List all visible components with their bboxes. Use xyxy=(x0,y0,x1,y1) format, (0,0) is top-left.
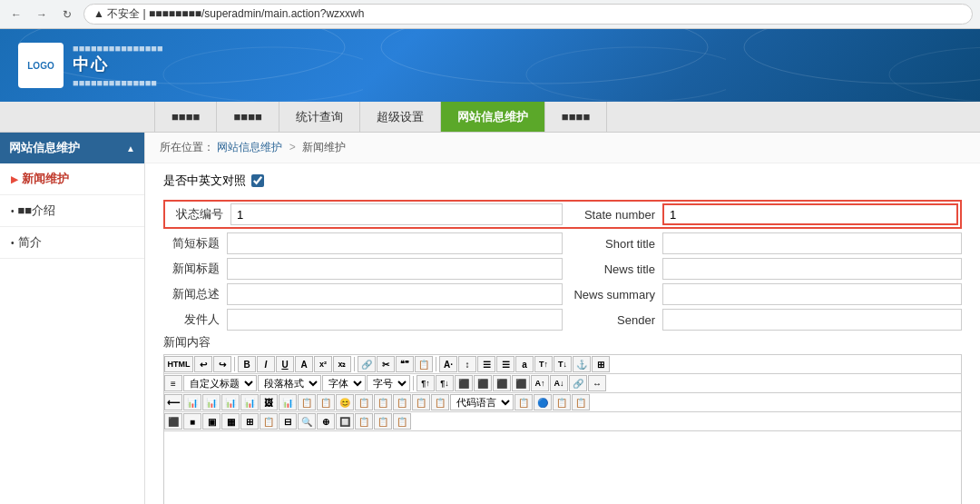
toolbar-paragraph-select[interactable]: 段落格式 xyxy=(258,375,321,391)
toolbar-r3-14[interactable]: 📋 xyxy=(412,394,430,410)
toolbar-r4-4[interactable]: ▦ xyxy=(221,413,240,430)
toolbar-r4-7[interactable]: ⊟ xyxy=(279,413,297,430)
toolbar-link2-btn[interactable]: 🔗 xyxy=(569,375,587,391)
toolbar-font-select[interactable]: 字体 xyxy=(322,375,366,391)
back-button[interactable]: ← xyxy=(7,5,25,24)
refresh-button[interactable]: ↻ xyxy=(58,5,76,24)
news-title-cn-label: 新闻标题 xyxy=(163,261,227,277)
toolbar-font-dec-btn[interactable]: T↓ xyxy=(554,356,572,372)
toolbar-ul-btn[interactable]: ☰ xyxy=(477,356,495,372)
toolbar-para-down-btn[interactable]: ¶↓ xyxy=(436,375,454,391)
toolbar-r3-5[interactable]: 📊 xyxy=(240,394,259,410)
sidebar-item-intro[interactable]: • ■■介绍 xyxy=(0,195,144,227)
toolbar-r3-1[interactable]: ⟵ xyxy=(164,394,182,410)
news-summary-en-input[interactable] xyxy=(662,283,962,305)
toolbar-anchor-btn[interactable]: ⚓ xyxy=(573,356,591,372)
toolbar-ol-btn[interactable]: ☰ xyxy=(496,356,514,372)
toolbar-code-lang-select[interactable]: 代码语言 xyxy=(450,394,514,410)
nav-item-statistics[interactable]: 统计查询 xyxy=(279,102,360,132)
toolbar-font-color-btn[interactable]: A xyxy=(295,356,313,372)
toolbar-paste-btn[interactable]: 📋 xyxy=(415,356,433,372)
toolbar-r4-5[interactable]: ⊞ xyxy=(240,413,259,430)
toolbar-r4-10[interactable]: 🔲 xyxy=(336,413,354,430)
toolbar-r3-9[interactable]: 📋 xyxy=(317,394,335,410)
toolbar-table-btn[interactable]: ⊞ xyxy=(592,356,610,372)
sender-cn-input[interactable] xyxy=(227,309,563,331)
toolbar-font-a-up-btn[interactable]: A↑ xyxy=(531,375,549,391)
toolbar-font-inc-btn[interactable]: T↑ xyxy=(534,356,553,372)
toolbar-font-a-down-btn[interactable]: A↓ xyxy=(550,375,568,391)
toolbar-scissors-btn[interactable]: ✂ xyxy=(377,356,395,372)
toolbar-quote-btn[interactable]: ❝❞ xyxy=(396,356,414,372)
nav-item-super-settings[interactable]: 超级设置 xyxy=(360,102,441,132)
toolbar-align-right-btn[interactable]: ⬛ xyxy=(493,375,511,391)
breadcrumb-level1[interactable]: 网站信息维护 xyxy=(217,141,282,153)
bilingual-checkbox[interactable] xyxy=(251,174,264,187)
toolbar-underline-btn[interactable]: U xyxy=(276,356,294,372)
toolbar-align-left-btn[interactable]: ⬛ xyxy=(455,375,473,391)
toolbar-r4-1[interactable]: ⬛ xyxy=(164,413,182,430)
sidebar-item-news[interactable]: ▶ 新闻维护 xyxy=(0,163,144,195)
toolbar-subscript-btn[interactable]: x₂ xyxy=(333,356,351,372)
toolbar-r3-12[interactable]: 📋 xyxy=(374,394,392,410)
toolbar-r3-11[interactable]: 📋 xyxy=(355,394,373,410)
toolbar-indent-btn[interactable]: a xyxy=(515,356,534,372)
toolbar-r4-9[interactable]: ⊕ xyxy=(317,413,335,430)
sender-en-input[interactable] xyxy=(662,309,962,331)
toolbar-r3-8[interactable]: 📋 xyxy=(298,394,316,410)
toolbar-width-btn[interactable]: ↔ xyxy=(588,375,606,391)
state-number-en-input[interactable]: 1 xyxy=(662,203,958,225)
toolbar-r3-4[interactable]: 📊 xyxy=(221,394,240,410)
toolbar-redo-btn[interactable]: ↪ xyxy=(213,356,231,372)
toolbar-r4-11[interactable]: 📋 xyxy=(355,413,373,430)
toolbar-text-color-btn[interactable]: A· xyxy=(439,356,457,372)
short-title-en-input[interactable] xyxy=(662,232,962,254)
toolbar-circle-btn[interactable]: 🔵 xyxy=(534,394,552,410)
forward-button[interactable]: → xyxy=(33,5,51,24)
toolbar-r3-17[interactable]: 📋 xyxy=(514,394,533,410)
nav-item-website-maintenance[interactable]: 网站信息维护 xyxy=(441,102,545,132)
toolbar-undo-btn[interactable]: ↩ xyxy=(194,356,212,372)
toolbar-align-justify-btn[interactable]: ⬛ xyxy=(512,375,530,391)
editor-body[interactable] xyxy=(164,431,961,504)
toolbar-r3-20[interactable]: 📋 xyxy=(572,394,590,410)
toolbar-align-center-btn[interactable]: ⬛ xyxy=(474,375,492,391)
state-number-cn-input[interactable]: 1 xyxy=(230,203,563,225)
toolbar-r4-2[interactable]: ■ xyxy=(183,413,201,430)
toolbar-r3-2[interactable]: 📊 xyxy=(183,394,201,410)
toolbar-r4-3[interactable]: ▣ xyxy=(202,413,220,430)
news-title-en-input[interactable] xyxy=(662,258,962,280)
toolbar-align-btn[interactable]: ≡ xyxy=(164,375,182,391)
sidebar-item-brief[interactable]: • 简介 xyxy=(0,227,144,259)
news-title-cn-input[interactable] xyxy=(227,258,563,280)
toolbar-bold-btn[interactable]: B xyxy=(238,356,256,372)
toolbar-emoji-btn[interactable]: 😊 xyxy=(336,394,354,410)
sidebar-collapse-icon[interactable]: ▲ xyxy=(126,143,135,153)
news-summary-cn-input[interactable] xyxy=(227,283,563,305)
toolbar-italic-btn[interactable]: I xyxy=(257,356,275,372)
toolbar-r3-3[interactable]: 📊 xyxy=(202,394,220,410)
toolbar-r4-13[interactable]: 📋 xyxy=(393,413,411,430)
nav-item-5[interactable]: ■■■■ xyxy=(545,102,607,132)
state-number-en-label: State number xyxy=(563,208,662,222)
toolbar-r3-13[interactable]: 📋 xyxy=(393,394,411,410)
toolbar-r3-15[interactable]: 📋 xyxy=(431,394,449,410)
toolbar-superscript-btn[interactable]: x² xyxy=(314,356,332,372)
nav-item-1[interactable]: ■■■■ xyxy=(217,102,279,132)
toolbar-size-select[interactable]: 字号 xyxy=(367,375,410,391)
toolbar-r4-6[interactable]: 📋 xyxy=(260,413,278,430)
toolbar-html-btn[interactable]: HTML xyxy=(164,356,193,372)
toolbar-r3-7[interactable]: 📊 xyxy=(279,394,297,410)
toolbar-r4-12[interactable]: 📋 xyxy=(374,413,392,430)
toolbar-r3-19[interactable]: 📋 xyxy=(553,394,571,410)
short-title-cn-input[interactable] xyxy=(227,232,563,254)
news-summary-cn-label: 新闻总述 xyxy=(163,286,227,302)
toolbar-link-btn[interactable]: 🔗 xyxy=(358,356,376,372)
url-bar[interactable]: ▲ 不安全 | ■■■■■■■■/superadmin/main.action?… xyxy=(83,4,973,25)
toolbar-search-btn[interactable]: 🔍 xyxy=(298,413,316,430)
toolbar-line-height-btn[interactable]: ↕ xyxy=(458,356,476,372)
toolbar-para-up-btn[interactable]: ¶↑ xyxy=(416,375,435,391)
nav-item-0[interactable]: ■■■■ xyxy=(154,102,217,132)
toolbar-image-btn[interactable]: 🖼 xyxy=(260,394,278,410)
toolbar-heading-select[interactable]: 自定义标题 xyxy=(183,375,257,391)
